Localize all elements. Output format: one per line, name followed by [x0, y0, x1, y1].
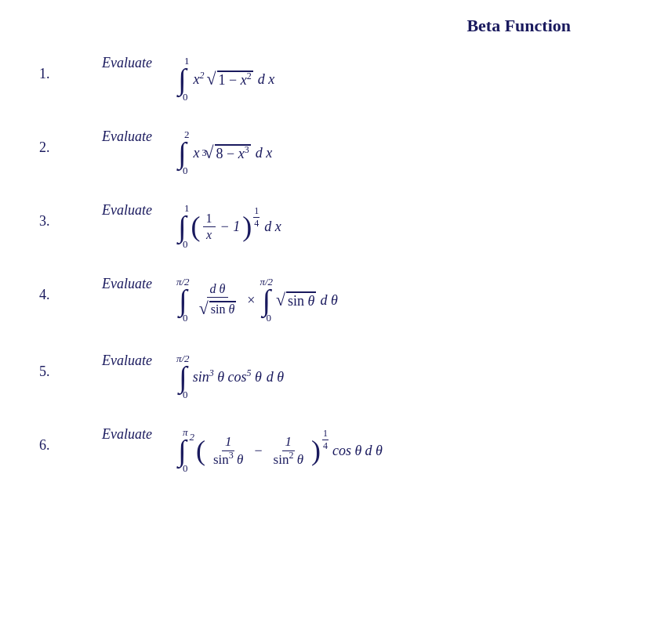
- problem-3: 3. Evaluate 1 ∫ 0 ( 1 x − 1 ) 1 4: [24, 202, 633, 251]
- problem-6: 6. Evaluate π ∫ 0 2 ( 1 sin3 θ − 1 sin2 …: [24, 426, 633, 475]
- integral-2-symbol: ∫: [178, 138, 186, 168]
- problem-list: 1. Evaluate 1 ∫ 0 x2 √ 1 − x2 d x 2. Eva: [24, 55, 633, 475]
- prob5-expr: sin3 θ cos5 θ: [193, 369, 262, 385]
- sqrt-inner-4: sin θ: [211, 302, 235, 316]
- prob6-frac2-den: sin2 θ: [270, 451, 307, 468]
- prob2-x: x: [194, 145, 200, 161]
- prob4-frac: d θ √ sin θ: [196, 282, 240, 319]
- prob3-power: 1 4: [253, 205, 260, 230]
- prob3-dx: d x: [264, 219, 281, 235]
- prob6-power: 1 4: [322, 428, 328, 452]
- integral-6-upper2: 2: [190, 431, 195, 443]
- problem-4-math: π/2 ∫ 0 d θ √ sin θ ×: [176, 276, 340, 324]
- prob4-frac-num: d θ: [207, 282, 229, 298]
- prob3-power-num: 1: [253, 205, 260, 218]
- problem-5-math: π/2 ∫ 0 sin3 θ cos5 θ d θ: [176, 353, 286, 401]
- prob4-frac-den: √ sin θ: [196, 298, 240, 319]
- sqrt-symbol-1: √: [207, 69, 216, 89]
- sqrt-inner-4b: sin θ: [288, 293, 314, 309]
- problem-6-number: 6.: [39, 426, 102, 454]
- prob2-cbrt: 3 √ 8 − x3: [202, 143, 251, 163]
- problem-2-number: 2.: [39, 128, 102, 156]
- prob1-sqrt: √ 1 − x2: [207, 69, 253, 89]
- integral-4b-lower: 0: [266, 312, 271, 324]
- problem-1-math: 1 ∫ 0 x2 √ 1 − x2 d x: [176, 55, 277, 103]
- integral-6-lower: 0: [183, 462, 188, 475]
- prob6-frac1-num: 1: [222, 434, 235, 451]
- problem-1-label: Evaluate: [102, 55, 176, 71]
- prob6-dtheta: d θ: [365, 443, 382, 459]
- prob6-frac2: 1 sin2 θ: [270, 434, 307, 468]
- sqrt-symbol-4: √: [199, 298, 209, 319]
- prob3-minus1: − 1: [220, 219, 241, 235]
- integral-2-lower: 0: [183, 165, 188, 177]
- cbrt-index-2: 3: [202, 147, 207, 159]
- integral-5-lower: 0: [183, 389, 188, 401]
- integral-1: 1 ∫ 0: [176, 55, 188, 103]
- integral-3: 1 ∫ 0: [176, 202, 188, 251]
- problem-5-label: Evaluate: [102, 353, 176, 369]
- prob4-sqrt: √ sin θ: [199, 298, 237, 319]
- integral-1-lower: 0: [183, 91, 188, 103]
- prob6-minus: −: [254, 443, 262, 459]
- problem-1: 1. Evaluate 1 ∫ 0 x2 √ 1 − x2 d x: [24, 55, 633, 103]
- problem-6-label: Evaluate: [102, 426, 176, 443]
- prob4-dtheta: d θ: [320, 292, 337, 309]
- prob1-dx: d x: [258, 71, 275, 88]
- prob6-frac1: 1 sin3 θ: [210, 434, 246, 468]
- integral-5-container: π/2 ∫ 0: [176, 353, 190, 401]
- problem-2-label: Evaluate: [102, 128, 176, 145]
- integral-5-symbol: ∫: [179, 362, 187, 392]
- integral-6-symbol: ∫: [178, 436, 186, 465]
- prob6-costheta: cos θ: [332, 443, 361, 459]
- integral-4b-symbol: ∫: [262, 285, 270, 315]
- prob1-x2: x2: [194, 71, 205, 88]
- problem-1-number: 1.: [39, 55, 102, 82]
- problem-4-label: Evaluate: [102, 276, 176, 292]
- problem-3-label: Evaluate: [102, 202, 176, 219]
- page-title: Beta Function: [24, 16, 633, 36]
- problem-2: 2. Evaluate 2 ∫ 0 x 3 √ 8 − x3 d x: [24, 128, 633, 177]
- prob3-power-den: 4: [253, 218, 260, 230]
- sqrt-content-4: sin θ: [209, 301, 237, 317]
- sqrt-content-1: 1 − x2: [217, 71, 253, 89]
- cbrt-inner-2: 8 − x3: [216, 146, 249, 161]
- problem-4: 4. Evaluate π/2 ∫ 0 d θ √ sin θ: [24, 276, 633, 324]
- problem-6-math: π ∫ 0 2 ( 1 sin3 θ − 1 sin2 θ ) 1 4: [176, 426, 385, 475]
- prob6-frac2-num: 1: [282, 434, 296, 451]
- cbrt-content-2: 8 − x3: [215, 144, 251, 162]
- prob6-rparen: ): [311, 436, 321, 465]
- integral-1-symbol: ∫: [178, 64, 186, 94]
- sqrt-symbol-4b: √: [276, 290, 285, 310]
- prob3-frac-num: 1: [203, 212, 216, 227]
- problem-2-math: 2 ∫ 0 x 3 √ 8 − x3 d x: [176, 128, 274, 177]
- sqrt-content-4b: sin θ: [286, 291, 316, 309]
- prob4-times: ×: [247, 292, 255, 309]
- prob6-power-num: 1: [322, 428, 328, 440]
- integral-6-container: π ∫ 0: [176, 426, 188, 475]
- prob2-dx: d x: [256, 145, 273, 161]
- problem-5: 5. Evaluate π/2 ∫ 0 sin3 θ cos5 θ d θ: [24, 353, 633, 401]
- integral-3-symbol: ∫: [178, 212, 186, 241]
- problem-4-number: 4.: [39, 276, 102, 303]
- problem-3-number: 3.: [39, 202, 102, 230]
- integral-3-lower: 0: [183, 238, 188, 251]
- prob4-sqrt2: √ sin θ: [276, 290, 316, 310]
- sqrt-inner-1: 1 − x2: [219, 72, 252, 88]
- prob6-lparen: (: [196, 436, 205, 465]
- integral-4a-lower: 0: [183, 312, 188, 324]
- integral-2: 2 ∫ 0: [176, 128, 188, 177]
- problem-3-math: 1 ∫ 0 ( 1 x − 1 ) 1 4 d x: [176, 202, 284, 251]
- prob3-rparen: ): [242, 212, 252, 241]
- prob3-frac-den: x: [203, 227, 215, 242]
- integral-4a-symbol: ∫: [179, 285, 187, 315]
- prob3-lparen: (: [191, 212, 201, 241]
- prob5-dtheta: d θ: [267, 369, 284, 385]
- prob3-frac: 1 x: [203, 212, 216, 242]
- integral-4b-container: π/2 ∫ 0: [260, 276, 273, 324]
- problem-5-number: 5.: [39, 353, 102, 380]
- prob6-power-den: 4: [322, 440, 328, 452]
- integral-4a-container: π/2 ∫ 0: [176, 276, 190, 324]
- prob6-frac1-den: sin3 θ: [210, 451, 246, 468]
